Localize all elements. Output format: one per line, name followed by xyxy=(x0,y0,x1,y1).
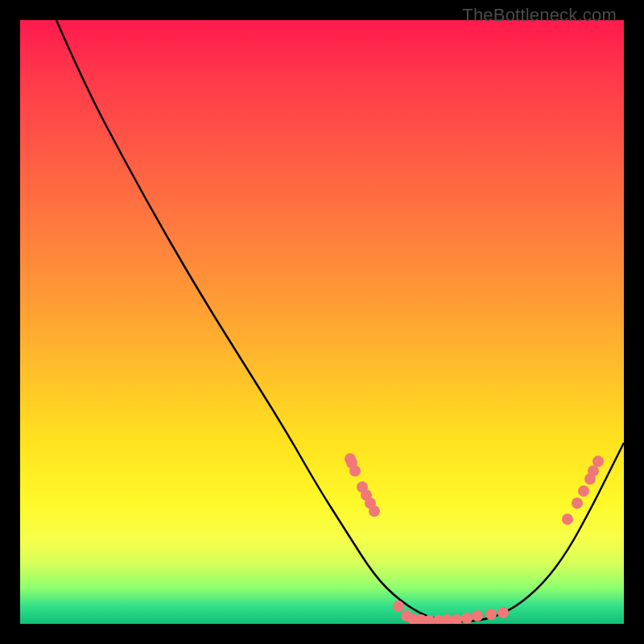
curve-marker xyxy=(562,514,573,525)
curve-marker xyxy=(497,607,509,618)
curve-marker xyxy=(485,609,497,620)
curve-marker xyxy=(572,497,583,509)
chart-frame xyxy=(20,20,624,624)
curve-marker xyxy=(369,506,380,517)
attribution-text: TheBottleneck.com xyxy=(462,5,617,26)
curve-marker xyxy=(472,610,483,621)
curve-marker xyxy=(578,485,589,497)
curve-marker xyxy=(393,601,404,612)
curve-marker xyxy=(461,613,473,624)
curve-marker xyxy=(592,456,604,467)
bottleneck-curve xyxy=(56,20,624,621)
chart-svg xyxy=(20,20,624,624)
curve-marker-group xyxy=(345,453,604,624)
curve-marker xyxy=(349,465,361,477)
curve-marker xyxy=(451,614,462,624)
curve-marker xyxy=(441,614,452,624)
curve-marker xyxy=(588,465,599,477)
